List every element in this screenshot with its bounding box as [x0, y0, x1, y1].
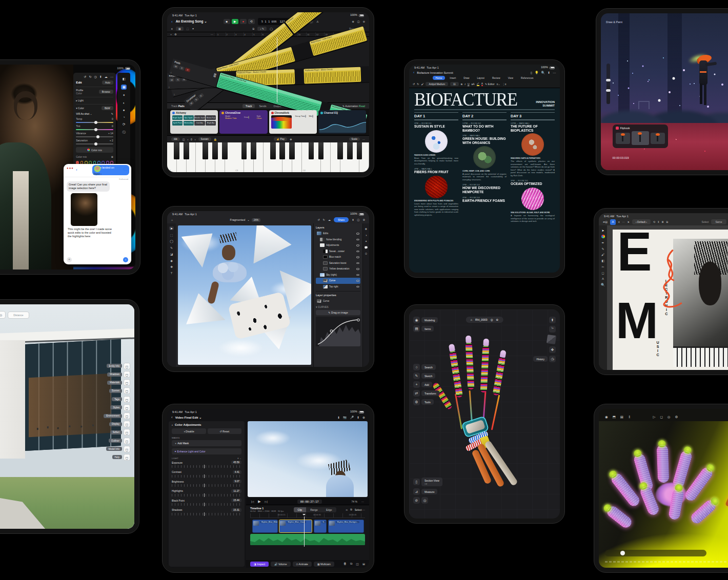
distance-field[interactable]: Distance: [8, 312, 29, 319]
ribbon-tab[interactable]: Insert: [447, 76, 459, 80]
sustain-button[interactable]: Sustain: [198, 137, 211, 141]
visibility-eye-icon[interactable]: [356, 286, 359, 288]
alchemy-pad[interactable]: Bright Arp: [206, 121, 216, 126]
font-color-button[interactable]: A: [481, 82, 483, 86]
multicam-button[interactable]: ▦ Multicam: [314, 562, 334, 567]
tool-icon[interactable]: ✎: [413, 372, 420, 379]
adjustment-value[interactable]: 45.59: [231, 461, 241, 464]
keyboard-mode-button[interactable]: ⌨: [171, 137, 180, 141]
home-icon[interactable]: ⌂: [471, 318, 472, 321]
scale-button[interactable]: Scale: [349, 137, 360, 141]
audio-track[interactable]: [250, 534, 365, 545]
settings-icon[interactable]: ⚙: [675, 415, 678, 419]
animate-button[interactable]: ◇ Animate: [293, 562, 312, 567]
minimize-icon[interactable]: ⊖: [363, 20, 365, 23]
slider-ticks[interactable]: [172, 513, 241, 515]
adjustment-value[interactable]: 9.07: [233, 480, 241, 483]
tool-row[interactable]: ⇄ Transform: [413, 390, 439, 397]
split-icon[interactable]: ◫: [356, 562, 359, 566]
fill-tool[interactable]: ◆: [170, 259, 173, 262]
panel-button-row[interactable]: Outliner ◻: [109, 438, 130, 444]
add-track-icon[interactable]: ＋: [170, 33, 172, 36]
undo-icon[interactable]: ↺: [84, 75, 86, 78]
edit-mode-button[interactable]: Clip: [294, 507, 307, 512]
panel-button-icon[interactable]: ◻: [124, 412, 130, 419]
playhead[interactable]: [277, 37, 277, 102]
auto-button[interactable]: Auto: [102, 80, 113, 85]
view-options-icon[interactable]: ⅂⌐: [549, 326, 556, 333]
marquee-tool[interactable]: ⬚: [170, 233, 173, 237]
panel-button-row[interactable]: Model Info ◻: [106, 446, 130, 452]
redo-icon[interactable]: ↻: [89, 75, 92, 78]
canvas[interactable]: [178, 225, 311, 365]
modeling-button[interactable]: Modeling: [421, 317, 438, 323]
crop-icon[interactable]: ◧: [123, 77, 126, 81]
select-tool[interactable]: ➤: [601, 229, 604, 232]
adjustment-slider[interactable]: Black Point 15.44: [172, 499, 241, 506]
animation-frame-current[interactable]: [632, 131, 649, 145]
more-icon[interactable]: ⋯: [361, 500, 364, 503]
font-name-select[interactable]: Antipol Medium: [426, 82, 448, 86]
document-title[interactable]: Biofacture Innovation Summit: [417, 71, 453, 74]
tool-row[interactable]: ○ Search: [413, 364, 439, 370]
format-painter-icon[interactable]: 🖌: [421, 82, 423, 86]
animation-frame[interactable]: [616, 133, 630, 144]
collapse-icon[interactable]: ⋯: [211, 33, 213, 36]
more-icon[interactable]: ⋯: [553, 71, 556, 74]
move-tool[interactable]: ➤: [169, 226, 174, 230]
ribbon-tab[interactable]: Review: [489, 76, 503, 80]
panel-button-row[interactable]: Entity Info ◻: [107, 363, 130, 369]
video-call-icon[interactable]: [124, 168, 128, 171]
layers-icon[interactable]: ▤: [413, 325, 420, 332]
alchemy-pad[interactable]: Metallic Swell: [194, 115, 205, 120]
curves-section[interactable]: ▾ CURVES: [316, 305, 360, 308]
home-icon[interactable]: ⌂: [171, 218, 173, 221]
copy-icon[interactable]: ⧉: [253, 27, 255, 31]
share-icon[interactable]: ⬆: [99, 75, 102, 78]
zoom-tool[interactable]: 🔍: [601, 283, 605, 286]
stop-button[interactable]: ■: [224, 19, 230, 24]
slider-ticks[interactable]: [172, 494, 241, 496]
lock-icon[interactable]: ◎: [0, 313, 2, 317]
msr-button[interactable]: M: [169, 78, 174, 81]
message-photo-attachment[interactable]: [71, 193, 97, 226]
poster-artboard[interactable]: E LECTRONIC M USIC AV SC: [613, 230, 728, 370]
record-button[interactable]: ●: [240, 19, 247, 24]
tool-icon[interactable]: ○: [413, 364, 420, 370]
add-attachment-button[interactable]: +: [67, 257, 72, 262]
tool-row[interactable]: + Add: [413, 381, 439, 388]
panel-button-icon[interactable]: ◻: [124, 396, 130, 403]
timeline-scrubber[interactable]: [605, 550, 707, 556]
more-icon[interactable]: ⋯: [622, 220, 625, 223]
timeline-zoom[interactable]: 74 %: [352, 500, 357, 503]
editor-button[interactable]: ✎ Editor: [485, 82, 495, 86]
color-mode-icon[interactable]: ◉: [413, 317, 420, 323]
list-view-icon[interactable]: ≡: [171, 27, 173, 30]
browse-button[interactable]: Browse: [99, 90, 113, 94]
panel-button-icon[interactable]: ◻: [124, 429, 130, 436]
slider-ticks[interactable]: [172, 465, 241, 468]
decay-knob[interactable]: [305, 115, 306, 118]
font-size-select[interactable]: 11: [450, 82, 459, 86]
robotic-hand-model[interactable]: [438, 341, 531, 474]
delete-icon[interactable]: 🗑: [343, 562, 347, 566]
select-same-button[interactable]: Same: [711, 219, 726, 224]
ribbon-tab[interactable]: Draw: [460, 76, 472, 80]
section-view-icon[interactable]: ▯: [413, 479, 420, 485]
msr-button[interactable]: S: [179, 66, 185, 70]
more-icon[interactable]: ⋯: [362, 138, 365, 141]
pencil-tool[interactable]: ♪ ✎: [257, 27, 267, 31]
rotate-icon[interactable]: ⟲: [653, 220, 655, 223]
slider-row[interactable]: Vibrance + 14: [76, 132, 113, 137]
history-button[interactable]: History: [533, 356, 548, 362]
avatar[interactable]: [94, 165, 101, 172]
panel-button-row[interactable]: Shadows ◻: [107, 371, 130, 378]
lock-icon[interactable]: 🔒: [214, 138, 217, 141]
undo-icon[interactable]: ↺: [413, 82, 415, 86]
scissors-tool[interactable]: ✂: [601, 265, 604, 268]
cycle-button[interactable]: ⟲: [248, 19, 255, 24]
align-button[interactable]: ≡⌄: [497, 82, 500, 86]
cursor-tool-icon[interactable]: ➤: [628, 220, 630, 223]
back-icon[interactable]: ‹: [413, 71, 414, 74]
piano-keyboard[interactable]: C2C3C4: [167, 142, 369, 172]
